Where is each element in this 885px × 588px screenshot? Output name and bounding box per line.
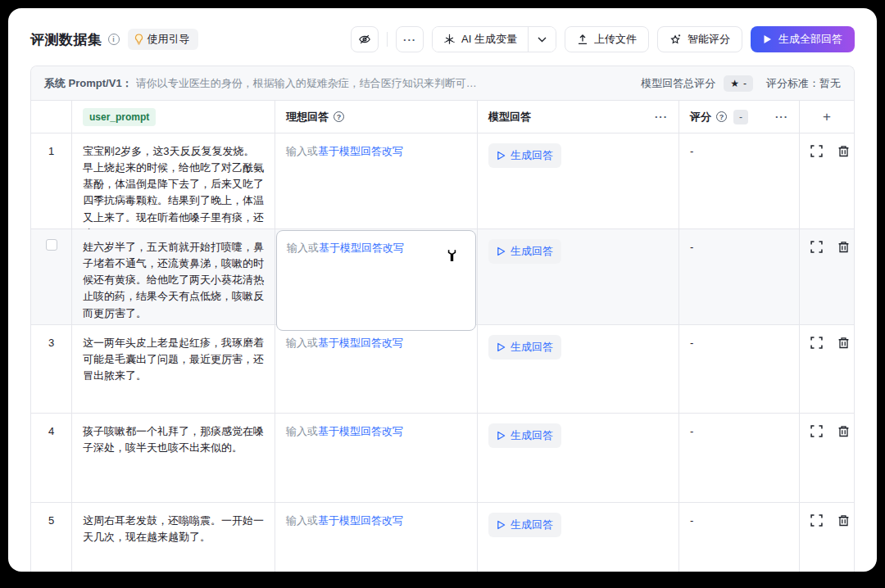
delete-row-icon[interactable] xyxy=(837,514,850,572)
top-bar: 评测数据集 i 使用引导 ··· xyxy=(8,8,877,66)
system-prompt-text: 请你以专业医生的身份，根据输入的疑难杂症，结合医疗知识来判断可… xyxy=(136,76,477,91)
play-outline-icon xyxy=(497,431,506,441)
table-row: 3 这一两年头皮上老是起红疹，我琢磨着可能是毛囊出了问题，最近更厉害，还冒出脓来… xyxy=(31,325,854,414)
generate-answer-button[interactable]: 生成回答 xyxy=(488,143,561,168)
star-icon: ★ xyxy=(730,78,739,89)
ai-generate-split-button: AI 生成变量 xyxy=(432,26,556,52)
table-row: 1 宝宝刚2岁多，这3天反反复复发烧。早上烧起来的时候，给他吃了对乙酰氨基酚，体… xyxy=(31,133,854,229)
system-prompt-bar[interactable]: 系统 Prompt/V1： 请你以专业医生的身份，根据输入的疑难杂症，结合医疗知… xyxy=(31,66,854,101)
row-select-cell xyxy=(31,229,72,332)
ai-generate-dropdown-button[interactable] xyxy=(528,27,556,52)
info-icon[interactable]: i xyxy=(108,34,120,45)
delete-row-icon[interactable] xyxy=(837,241,850,322)
ideal-answer-cell[interactable]: 输入或基于模型回答改写 xyxy=(275,414,478,502)
toolbar-divider xyxy=(387,32,388,47)
row-number: 5 xyxy=(31,503,72,572)
header-score[interactable]: 评分 ? - ··· xyxy=(679,101,800,133)
system-prompt-label: 系统 Prompt/V1： xyxy=(44,76,133,91)
row-actions xyxy=(800,414,855,502)
score-label: 评分 xyxy=(690,110,711,124)
ideal-answer-input[interactable]: 输入或基于模型回答改写 xyxy=(276,230,476,331)
row-number: 4 xyxy=(31,414,72,502)
placeholder-text: 输入或 xyxy=(286,425,318,437)
rewrite-from-model-link[interactable]: 基于模型回答改写 xyxy=(319,242,404,254)
usage-guide-label: 使用引导 xyxy=(148,32,190,47)
play-icon xyxy=(763,34,772,44)
model-answer-cell: 生成回答 xyxy=(478,325,679,413)
expand-row-icon[interactable] xyxy=(810,241,823,322)
usage-guide-badge[interactable]: 使用引导 xyxy=(128,29,198,50)
generate-answer-button[interactable]: 生成回答 xyxy=(488,335,561,360)
ideal-answer-cell[interactable]: 输入或基于模型回答改写 xyxy=(275,325,478,413)
rewrite-from-model-link[interactable]: 基于模型回答改写 xyxy=(318,514,403,527)
row-actions xyxy=(800,229,855,332)
model-answer-more-icon[interactable]: ··· xyxy=(655,111,668,122)
header-row-number xyxy=(31,101,72,133)
smart-score-label: 智能评分 xyxy=(688,32,730,47)
generate-answer-button[interactable]: 生成回答 xyxy=(488,239,561,264)
model-answer-cell: 生成回答 xyxy=(478,229,679,332)
rewrite-from-model-link[interactable]: 基于模型回答改写 xyxy=(318,337,403,349)
rewrite-from-model-link[interactable]: 基于模型回答改写 xyxy=(318,145,403,157)
total-score-badge[interactable]: ★ - xyxy=(724,75,753,92)
add-column-icon[interactable]: + xyxy=(823,109,831,125)
delete-row-icon[interactable] xyxy=(837,337,850,403)
table-header: user_prompt 理想回答 ? 模型回答 ··· 评分 ? - ··· + xyxy=(31,101,854,133)
generate-all-label: 生成全部回答 xyxy=(778,32,842,47)
hide-columns-button[interactable] xyxy=(351,26,379,52)
generate-answer-button[interactable]: 生成回答 xyxy=(488,513,561,537)
placeholder-text: 输入或 xyxy=(286,514,318,527)
table-row: 娃六岁半了，五天前就开始打喷嚏，鼻子堵着不通气，还流黄鼻涕，咳嗽的时候还有黄痰。… xyxy=(31,229,854,325)
user-prompt-cell[interactable]: 娃六岁半了，五天前就开始打喷嚏，鼻子堵着不通气，还流黄鼻涕，咳嗽的时候还有黄痰。… xyxy=(72,229,275,332)
rewrite-from-model-link[interactable]: 基于模型回答改写 xyxy=(318,425,403,437)
score-help-icon[interactable]: ? xyxy=(716,111,727,122)
header-ideal-answer[interactable]: 理想回答 ? xyxy=(275,101,478,133)
total-score-value: - xyxy=(743,78,747,89)
expand-row-icon[interactable] xyxy=(810,337,823,403)
score-cell[interactable]: - xyxy=(679,414,800,502)
score-criteria-text: 评分标准：暂无 xyxy=(766,76,841,91)
upload-icon xyxy=(577,34,588,45)
upload-file-button[interactable]: 上传文件 xyxy=(565,26,649,52)
expand-row-icon[interactable] xyxy=(810,514,823,572)
delete-row-icon[interactable] xyxy=(837,425,850,492)
header-add-column[interactable]: + xyxy=(800,101,854,133)
main-window: 评测数据集 i 使用引导 ··· xyxy=(8,8,877,572)
play-outline-icon xyxy=(497,520,506,530)
user-prompt-cell[interactable]: 这一两年头皮上老是起红疹，我琢磨着可能是毛囊出了问题，最近更厉害，还冒出脓来了。 xyxy=(72,325,275,413)
row-actions xyxy=(800,503,855,572)
score-cell[interactable]: - xyxy=(679,325,800,413)
score-cell[interactable]: - xyxy=(679,503,800,572)
user-prompt-cell[interactable]: 这周右耳老发鼓，还嗡嗡震。一开始一天几次，现在越来越勤了。 xyxy=(72,503,275,572)
generate-all-answers-button[interactable]: 生成全部回答 xyxy=(751,26,855,52)
play-outline-icon xyxy=(497,247,506,256)
ai-generate-variables-button[interactable]: AI 生成变量 xyxy=(433,27,528,52)
more-actions-button[interactable]: ··· xyxy=(396,26,424,52)
score-badge: - xyxy=(733,110,748,124)
ideal-answer-cell[interactable]: 输入或基于模型回答改写 xyxy=(275,503,478,572)
user-prompt-tag[interactable]: user_prompt xyxy=(83,108,156,126)
expand-row-icon[interactable] xyxy=(810,425,823,492)
score-more-icon[interactable]: ··· xyxy=(775,111,788,122)
total-score-label: 模型回答总评分 xyxy=(641,76,715,91)
user-prompt-cell[interactable]: 孩子咳嗽都一个礼拜了，那痰感觉在嗓子深处，咳半天也咳不出来似的。 xyxy=(72,414,275,502)
dataset-panel: 系统 Prompt/V1： 请你以专业医生的身份，根据输入的疑难杂症，结合医疗知… xyxy=(30,66,855,572)
smart-score-button[interactable]: 智能评分 xyxy=(657,26,742,52)
header-model-answer[interactable]: 模型回答 ··· xyxy=(478,101,679,133)
play-outline-icon xyxy=(497,151,506,161)
delete-row-icon[interactable] xyxy=(837,145,850,242)
expand-row-icon[interactable] xyxy=(810,145,823,242)
header-user-prompt[interactable]: user_prompt xyxy=(72,101,275,133)
upload-file-label: 上传文件 xyxy=(594,32,637,47)
score-cell[interactable]: - xyxy=(679,229,800,332)
help-icon[interactable]: ? xyxy=(334,111,344,122)
model-answer-cell: 生成回答 xyxy=(478,503,679,572)
row-number: 3 xyxy=(31,325,72,413)
model-answer-label: 模型回答 xyxy=(488,110,531,124)
ideal-answer-cell[interactable]: 输入或基于模型回答改写 xyxy=(275,229,478,332)
wrench-cursor-icon xyxy=(445,247,459,264)
ideal-answer-label: 理想回答 xyxy=(286,110,329,124)
generate-answer-button[interactable]: 生成回答 xyxy=(488,423,561,448)
row-checkbox[interactable] xyxy=(46,239,57,251)
row-actions xyxy=(800,325,855,413)
